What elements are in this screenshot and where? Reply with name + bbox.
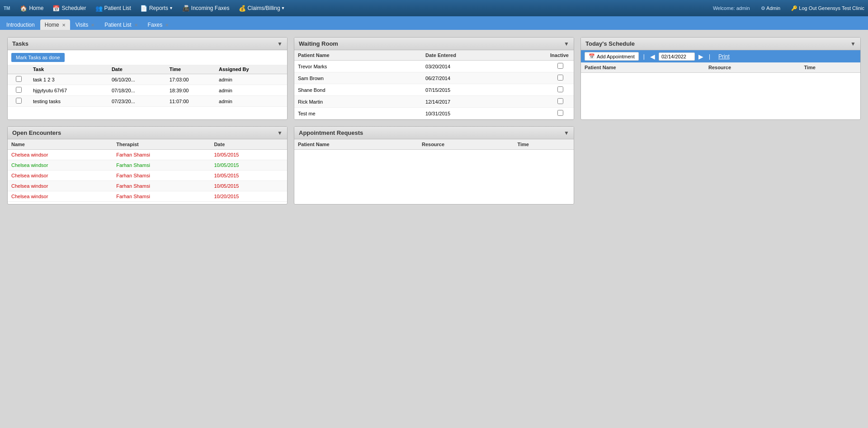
enc-name[interactable]: Chelsea windsor: [8, 160, 113, 171]
enc-therapist[interactable]: Farhan Shamsi: [113, 160, 210, 171]
fax-icon: 📠: [182, 5, 189, 12]
waiting-inactive: [547, 108, 574, 119]
enc-therapist[interactable]: Farhan Shamsi: [113, 181, 210, 191]
enc-therapist[interactable]: Farhan Shamsi: [113, 191, 210, 202]
waiting-date-entered: 07/15/2015: [422, 84, 547, 96]
home-icon: 🏠: [20, 5, 27, 12]
waiting-room-body: Patient Name Date Entered Inactive Trevo…: [294, 50, 574, 119]
waiting-room-header: Waiting Room ▼: [294, 38, 574, 50]
schedule-panel: Today's Schedule ▼ 📅 Add Appointment | ◀…: [580, 37, 861, 120]
waiting-date-entered: 03/20/2014: [422, 61, 547, 72]
appt-requests-body: Patient Name Resource Time: [294, 139, 574, 204]
nav-home[interactable]: 🏠 Home: [15, 3, 48, 14]
schedule-col-time: Time: [800, 62, 860, 73]
task-checkbox[interactable]: [16, 76, 22, 82]
waiting-room-collapse-btn[interactable]: ▼: [564, 41, 569, 47]
encounters-collapse-btn[interactable]: ▼: [277, 130, 283, 136]
enc-name[interactable]: Chelsea windsor: [8, 191, 113, 202]
waiting-col-inactive: Inactive: [547, 50, 574, 61]
tasks-collapse-btn[interactable]: ▼: [277, 41, 283, 47]
tab-introduction[interactable]: Introduction: [2, 19, 39, 30]
enc-date: 10/05/2015: [210, 171, 287, 181]
reports-icon: 📄: [140, 5, 147, 12]
appt-requests-header: Appointment Requests ▼: [294, 127, 574, 139]
table-row: Shane Bond 07/15/2015: [294, 84, 574, 96]
table-row: Chelsea windsor Farhan Shamsi 10/05/2015: [8, 150, 287, 160]
inactive-checkbox[interactable]: [557, 110, 563, 116]
add-appointment-button[interactable]: 📅 Add Appointment: [585, 52, 639, 61]
schedule-next-button[interactable]: ▶: [698, 53, 704, 60]
table-row: Trevor Marks 03/20/2014: [294, 61, 574, 72]
enc-name[interactable]: Chelsea windsor: [8, 181, 113, 191]
table-row: task 1 2 3 06/10/20... 17:03:00 admin: [8, 74, 287, 85]
task-date: 06/10/20...: [109, 74, 167, 85]
inactive-checkbox[interactable]: [557, 75, 563, 81]
admin-link[interactable]: Admin: [766, 5, 780, 11]
scheduler-icon: 📅: [52, 5, 60, 12]
schedule-table: Patient Name Resource Time: [581, 62, 860, 73]
waiting-col-name: Patient Name: [294, 50, 422, 61]
inactive-checkbox[interactable]: [557, 98, 563, 104]
tab-patient-list[interactable]: Patient List ✕: [100, 19, 142, 30]
nav-reports[interactable]: 📄 Reports ▼: [136, 3, 178, 14]
schedule-date-input[interactable]: [659, 52, 695, 61]
appt-collapse-btn[interactable]: ▼: [564, 130, 569, 136]
calendar-icon: 📅: [589, 53, 595, 59]
tab-visits-close[interactable]: ✕: [91, 23, 94, 28]
enc-date: 10/05/2015: [210, 150, 287, 160]
enc-col-date: Date: [210, 139, 287, 150]
nav-patient-list[interactable]: 👥 Patient List: [91, 3, 136, 14]
table-row: Chelsea windsor Farhan Shamsi 10/20/2015: [8, 191, 287, 202]
task-date: 07/23/20...: [109, 96, 167, 107]
enc-name[interactable]: Chelsea windsor: [8, 150, 113, 160]
inactive-checkbox[interactable]: [557, 63, 563, 69]
tab-patient-list-close[interactable]: ✕: [134, 23, 138, 28]
encounters-panel: Open Encounters ▼ Name Therapist Date Ch…: [7, 126, 288, 204]
toolbar-divider-2: |: [709, 53, 710, 60]
schedule-prev-button[interactable]: ◀: [649, 53, 656, 60]
tab-home-close[interactable]: ✕: [62, 23, 66, 28]
table-row: Test me 10/31/2015: [294, 108, 574, 119]
waiting-date-entered: 10/31/2015: [422, 108, 547, 119]
enc-therapist[interactable]: Farhan Shamsi: [113, 171, 210, 181]
waiting-room-table: Patient Name Date Entered Inactive Trevo…: [294, 50, 574, 119]
task-name: task 1 2 3: [30, 74, 109, 85]
schedule-col-patient: Patient Name: [581, 62, 705, 73]
task-checkbox[interactable]: [16, 87, 22, 93]
main-content: Tasks ▼ Mark Tasks as done Task Date Tim…: [0, 30, 868, 428]
tab-faxes-close[interactable]: ✕: [165, 23, 169, 28]
nav-scheduler[interactable]: 📅 Scheduler: [48, 3, 90, 14]
waiting-inactive: [547, 61, 574, 72]
table-row: hjgytyutu 67r67 07/18/20... 18:39:00 adm…: [8, 85, 287, 96]
nav-claims-billing[interactable]: 💰 Claims/Billing ▼: [234, 3, 290, 14]
inactive-checkbox[interactable]: [557, 86, 563, 92]
waiting-inactive: [547, 84, 574, 96]
tasks-panel-body: Mark Tasks as done Task Date Time Assign…: [8, 50, 287, 107]
task-col-time: Time: [167, 65, 216, 74]
tab-home[interactable]: Home ✕: [40, 19, 70, 30]
enc-date: 10/05/2015: [210, 181, 287, 191]
encounters-table: Name Therapist Date Chelsea windsor Farh…: [8, 139, 287, 202]
appt-requests-panel: Appointment Requests ▼ Patient Name Reso…: [294, 126, 574, 204]
task-checkbox[interactable]: [16, 98, 22, 104]
schedule-print-button[interactable]: Print: [715, 52, 733, 61]
appt-col-time: Time: [514, 139, 574, 150]
tasks-panel-header: Tasks ▼: [8, 38, 287, 50]
task-col-checkbox: [8, 65, 30, 74]
tab-faxes[interactable]: Faxes ✕: [143, 19, 174, 30]
enc-therapist[interactable]: Farhan Shamsi: [113, 150, 210, 160]
schedule-col-resource: Resource: [705, 62, 800, 73]
mark-tasks-done-button[interactable]: Mark Tasks as done: [11, 53, 65, 62]
nav-incoming-faxes[interactable]: 📠 Incoming Faxes: [178, 3, 234, 14]
schedule-collapse-btn[interactable]: ▼: [850, 41, 856, 47]
tasks-table: Task Date Time Assigned By task 1 2 3 06…: [8, 65, 287, 107]
enc-name[interactable]: Chelsea windsor: [8, 171, 113, 181]
tab-visits[interactable]: Visits ✕: [71, 19, 99, 30]
logout-link[interactable]: Log Out Genensys Test Clinic: [799, 5, 864, 11]
waiting-date-entered: 12/14/2017: [422, 96, 547, 108]
task-time: 17:03:00: [167, 74, 216, 85]
waiting-patient-name: Rick Martin: [294, 96, 422, 108]
enc-col-name: Name: [8, 139, 113, 150]
waiting-date-entered: 06/27/2014: [422, 72, 547, 84]
admin-icon: ⚙: [761, 5, 765, 11]
